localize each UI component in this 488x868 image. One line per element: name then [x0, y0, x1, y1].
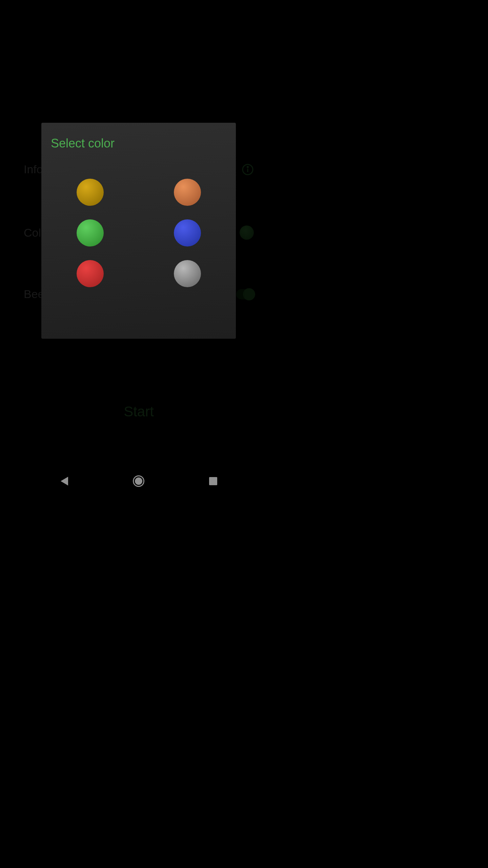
color-option-green[interactable]	[77, 219, 104, 246]
color-option-red[interactable]	[77, 260, 104, 287]
dialog-title: Select color	[51, 136, 115, 151]
nav-home-button[interactable]	[132, 474, 145, 488]
select-color-dialog: Select color	[41, 123, 236, 339]
color-grid	[76, 179, 201, 287]
nav-recent-button[interactable]	[206, 474, 220, 488]
nav-back-button[interactable]	[58, 474, 71, 488]
color-option-orange[interactable]	[174, 179, 201, 206]
navigation-bar	[0, 468, 278, 494]
back-icon	[61, 477, 68, 486]
recent-icon	[209, 477, 217, 485]
home-icon	[133, 475, 144, 487]
color-option-blue[interactable]	[174, 219, 201, 246]
color-option-olive[interactable]	[77, 179, 104, 206]
color-option-gray[interactable]	[174, 260, 201, 287]
